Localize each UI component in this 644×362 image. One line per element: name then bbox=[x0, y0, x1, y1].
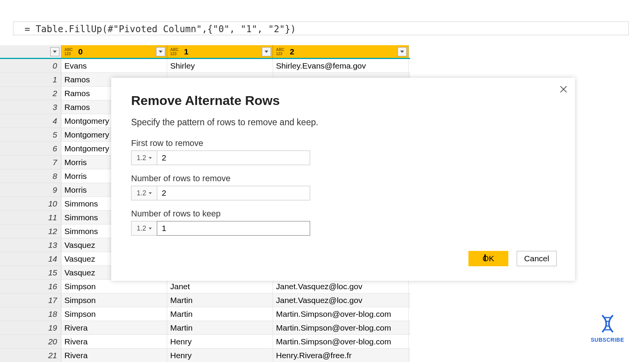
dna-icon bbox=[597, 313, 618, 334]
subscribe-text: SUBSCRIBE bbox=[591, 337, 624, 343]
row-index: 16 bbox=[0, 280, 61, 293]
cell[interactable]: Shirley.Evans@fema.gov bbox=[273, 59, 409, 72]
field-label-first: First row to remove bbox=[131, 138, 555, 148]
rows-keep-input[interactable] bbox=[157, 221, 310, 236]
cell[interactable]: Rivera bbox=[61, 335, 167, 348]
row-index: 19 bbox=[0, 321, 61, 334]
chevron-down-icon bbox=[159, 51, 163, 53]
row-index: 11 bbox=[0, 211, 61, 224]
chevron-down-icon bbox=[149, 157, 152, 159]
cell[interactable]: Martin.Simpson@over-blog.com bbox=[273, 307, 409, 321]
cell[interactable]: Martin bbox=[167, 321, 273, 334]
row-index: 15 bbox=[0, 266, 61, 279]
column-label: 0 bbox=[78, 47, 83, 56]
cell[interactable]: Janet.Vasquez@loc.gov bbox=[273, 280, 409, 293]
cell[interactable]: Janet.Vasquez@loc.gov bbox=[273, 293, 409, 307]
cell[interactable]: Martin.Simpson@over-blog.com bbox=[273, 335, 409, 348]
field-label-keep: Number of rows to keep bbox=[131, 209, 555, 219]
dialog-title: Remove Alternate Rows bbox=[131, 93, 555, 108]
table-row[interactable]: 17SimpsonMartinJanet.Vasquez@loc.gov bbox=[0, 293, 410, 307]
row-index: 18 bbox=[0, 307, 61, 321]
table-row[interactable]: 0EvansShirleyShirley.Evans@fema.gov bbox=[0, 59, 410, 73]
close-button[interactable] bbox=[560, 84, 567, 96]
row-index: 14 bbox=[0, 252, 61, 265]
field-label-remove: Number of rows to remove bbox=[131, 174, 555, 183]
datatype-icon: ABC123 bbox=[170, 48, 181, 56]
column-header-2[interactable]: ABC123 2 bbox=[273, 45, 409, 58]
chevron-down-icon bbox=[264, 51, 268, 53]
text-cursor-icon: I bbox=[484, 252, 486, 263]
row-index: 10 bbox=[0, 197, 61, 210]
type-dropdown[interactable]: 1.2 bbox=[131, 186, 157, 200]
table-row[interactable]: 20RiveraHenryMartin.Simpson@over-blog.co… bbox=[0, 335, 410, 349]
cell[interactable]: Martin.Simpson@over-blog.com bbox=[273, 321, 409, 334]
first-row-input[interactable] bbox=[157, 151, 310, 165]
cell[interactable]: Shirley bbox=[167, 59, 273, 72]
cell[interactable]: Martin bbox=[167, 307, 273, 321]
row-index: 1 bbox=[0, 73, 61, 86]
formula-bar: = Table.FillUp(#"Pivoted Column",{"0", "… bbox=[0, 24, 644, 34]
table-row[interactable]: 18SimpsonMartinMartin.Simpson@over-blog.… bbox=[0, 307, 410, 321]
type-dropdown[interactable]: 1.2 bbox=[131, 221, 157, 236]
row-index: 9 bbox=[0, 183, 61, 197]
cell[interactable]: Janet bbox=[167, 280, 273, 293]
cell[interactable]: Martin bbox=[167, 293, 273, 307]
datatype-icon: ABC123 bbox=[64, 48, 75, 56]
chevron-down-icon bbox=[149, 228, 152, 229]
column-label: 2 bbox=[290, 47, 294, 56]
row-index: 21 bbox=[0, 349, 61, 362]
column-filter-button[interactable] bbox=[156, 47, 165, 56]
cancel-label: Cancel bbox=[524, 254, 549, 263]
table-row[interactable]: 21RiveraHenryHenry.Rivera@free.fr bbox=[0, 349, 410, 362]
cell[interactable]: Simpson bbox=[61, 280, 167, 293]
column-filter-button[interactable] bbox=[262, 47, 271, 56]
row-index: 5 bbox=[0, 128, 61, 141]
column-header-0[interactable]: ABC123 0 bbox=[61, 45, 167, 58]
row-index: 8 bbox=[0, 169, 61, 183]
row-index: 6 bbox=[0, 142, 61, 155]
remove-alternate-rows-dialog: Remove Alternate Rows Specify the patter… bbox=[111, 78, 575, 281]
row-index-header bbox=[0, 45, 61, 58]
cell[interactable]: Evans bbox=[61, 59, 167, 72]
row-index: 0 bbox=[0, 59, 61, 72]
row-index: 12 bbox=[0, 224, 61, 238]
formula-text[interactable]: = Table.FillUp(#"Pivoted Column",{"0", "… bbox=[0, 24, 296, 34]
close-icon bbox=[560, 85, 567, 93]
cell[interactable]: Henry bbox=[167, 349, 273, 362]
column-header-1[interactable]: ABC123 1 bbox=[167, 45, 273, 58]
table-row[interactable]: 19RiveraMartinMartin.Simpson@over-blog.c… bbox=[0, 321, 410, 335]
cell[interactable]: Simpson bbox=[61, 293, 167, 307]
chevron-down-icon bbox=[400, 51, 404, 53]
chevron-down-icon bbox=[53, 51, 57, 53]
row-index: 3 bbox=[0, 100, 61, 114]
column-filter-button[interactable] bbox=[398, 47, 407, 56]
row-index: 4 bbox=[0, 114, 61, 128]
row-index: 20 bbox=[0, 335, 61, 348]
index-menu-button[interactable] bbox=[50, 47, 59, 56]
table-row[interactable]: 16SimpsonJanetJanet.Vasquez@loc.gov bbox=[0, 280, 410, 293]
cell[interactable]: Simpson bbox=[61, 307, 167, 321]
dialog-subtitle: Specify the pattern of rows to remove an… bbox=[131, 117, 555, 128]
datatype-icon: ABC123 bbox=[276, 48, 287, 56]
cell[interactable]: Henry.Rivera@free.fr bbox=[273, 349, 409, 362]
row-index: 2 bbox=[0, 87, 61, 100]
row-index: 7 bbox=[0, 156, 61, 169]
type-dropdown[interactable]: 1.2 bbox=[131, 151, 157, 165]
cell[interactable]: Rivera bbox=[61, 349, 167, 362]
header-row: ABC123 0 ABC123 1 ABC123 2 bbox=[0, 45, 410, 59]
rows-remove-input[interactable] bbox=[157, 186, 310, 200]
row-index: 13 bbox=[0, 238, 61, 252]
cell[interactable]: Henry bbox=[167, 335, 273, 348]
subscribe-badge[interactable]: SUBSCRIBE bbox=[591, 313, 624, 343]
column-label: 1 bbox=[184, 47, 189, 56]
chevron-down-icon bbox=[149, 192, 152, 194]
cancel-button[interactable]: Cancel bbox=[517, 251, 557, 266]
row-index: 17 bbox=[0, 293, 61, 307]
ok-button[interactable]: OK I bbox=[468, 251, 508, 266]
cell[interactable]: Rivera bbox=[61, 321, 167, 334]
